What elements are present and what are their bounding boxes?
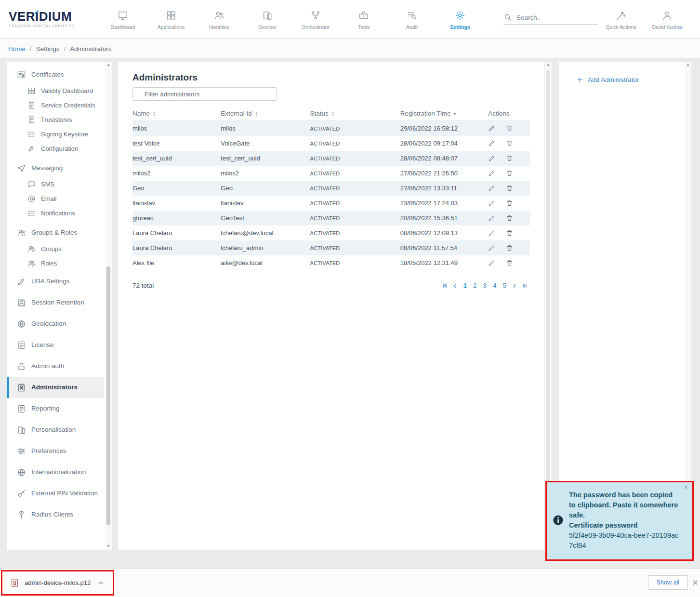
delete-trash-icon[interactable] <box>506 155 513 162</box>
sidebar-item-email[interactable]: Email <box>7 192 104 206</box>
sidebar-item-certificates[interactable]: Certificates <box>7 66 104 84</box>
nav-item-orchestrator[interactable]: Orchestrator <box>291 8 340 30</box>
edit-pencil-icon[interactable] <box>488 185 495 192</box>
delete-trash-icon[interactable] <box>506 170 513 177</box>
delete-trash-icon[interactable] <box>506 229 513 237</box>
sidebar-item-service-credentials[interactable]: Service Credentials <box>7 98 104 113</box>
sort-both-icon[interactable]: ▲▼ <box>255 111 258 116</box>
sidebar-item-preferences[interactable]: Preferences <box>7 440 104 462</box>
sidebar-item-notifications[interactable]: Notifications <box>7 206 104 221</box>
search-icon[interactable] <box>503 13 512 22</box>
sidebar-item-uba-settings[interactable]: UBA Settings <box>7 271 104 292</box>
sidebar-item-session-retention[interactable]: Session Retention <box>7 292 104 313</box>
sort-both-icon[interactable]: ▲▼ <box>153 111 156 116</box>
sidebar-item-groups[interactable]: Groups <box>7 242 104 256</box>
delete-trash-icon[interactable] <box>506 244 513 252</box>
first-page-icon[interactable] <box>441 282 448 289</box>
page-1[interactable]: 1 <box>462 282 468 289</box>
page-2[interactable]: 2 <box>472 282 478 289</box>
scroll-up-arrow-icon[interactable]: ▲ <box>685 62 691 68</box>
sort-desc-icon[interactable]: ▾ <box>454 111 456 116</box>
sidebar-item-geolocation[interactable]: Geolocation <box>7 313 104 334</box>
sidebar-item-license[interactable]: License <box>7 334 104 356</box>
edit-pencil-icon[interactable] <box>488 170 495 177</box>
sidebar-item-external-pin-validation[interactable]: External PIN Validation <box>7 483 104 504</box>
table-row-milos[interactable]: milosmilosACTIVATED29/06/2022 16:58:12 <box>132 121 530 136</box>
scroll-up-arrow-icon[interactable]: ▲ <box>545 62 552 68</box>
edit-pencil-icon[interactable] <box>488 155 495 162</box>
next-page-icon[interactable] <box>511 282 518 289</box>
sidebar-item-radius-clients[interactable]: Radius Clients <box>7 504 104 525</box>
quick-actions-button[interactable]: Quick Actions <box>598 8 644 30</box>
nav-item-audit[interactable]: Audit <box>388 8 436 30</box>
table-row-ailie-dev-local[interactable]: Alex Ilieailie@dev.localACTIVATED18/05/2… <box>132 255 530 270</box>
scroll-down-arrow-icon[interactable]: ▼ <box>105 543 112 550</box>
delete-trash-icon[interactable] <box>506 259 513 266</box>
nav-item-dashboard[interactable]: Dashboard <box>99 8 147 30</box>
sort-both-icon[interactable]: ▲▼ <box>331 111 334 116</box>
column-header-status[interactable]: Status▲▼ <box>310 110 400 117</box>
page-5[interactable]: 5 <box>501 282 508 289</box>
column-header-name[interactable]: Name▲▼ <box>132 110 221 117</box>
delete-trash-icon[interactable] <box>506 125 513 132</box>
sidebar-item-truststores[interactable]: Truststores <box>7 113 104 127</box>
edit-pencil-icon[interactable] <box>488 125 495 132</box>
sidebar-item-messaging[interactable]: Messaging <box>7 159 104 177</box>
delete-trash-icon[interactable] <box>506 214 513 222</box>
sidebar-scrollbar[interactable]: ▲ ▼ <box>105 62 112 550</box>
nav-item-applications[interactable]: Applications <box>147 8 195 30</box>
breadcrumb-home[interactable]: Home <box>8 45 26 53</box>
sidebar-item-roles[interactable]: Roles <box>7 256 104 271</box>
page-4[interactable]: 4 <box>491 282 498 289</box>
table-row-test-cert-uuid[interactable]: test_cert_uuidtest_cert_uuidACTIVATED28/… <box>132 151 530 166</box>
right-scrollbar[interactable]: ▲ ▼ <box>685 62 691 550</box>
download-item-highlight-box[interactable]: admin-device-milos.p12 <box>1 570 114 596</box>
nav-item-settings[interactable]: Settings <box>436 8 484 30</box>
sidebar-item-personalisation[interactable]: Personalisation <box>7 419 104 440</box>
table-row-voicegate[interactable]: test VoiceVoiceGateACTIVATED28/06/2022 0… <box>132 136 530 151</box>
sidebar-item-sms[interactable]: SMS <box>7 177 104 192</box>
last-page-icon[interactable] <box>521 282 528 289</box>
chevron-up-icon[interactable] <box>98 580 104 586</box>
show-all-button[interactable]: Show all <box>648 575 688 590</box>
sidebar-item-validity-dashboard[interactable]: Validity Dashboard <box>7 84 104 98</box>
delete-trash-icon[interactable] <box>506 140 513 147</box>
sidebar-item-reporting[interactable]: Reporting <box>7 398 104 419</box>
column-header-external-id[interactable]: External Id▲▼ <box>221 110 310 117</box>
table-row-lchelaru-admin[interactable]: Laura Chelarulchelaru_adminACTIVATED08/0… <box>132 240 530 255</box>
sidebar-item-groups-roles[interactable]: Groups & Roles <box>7 224 104 242</box>
table-row-lchelaru-dev-local[interactable]: Laura Chelarulchelaru@dev.localACTIVATED… <box>132 226 530 240</box>
main-scrollbar[interactable]: ▲ ▼ <box>545 62 552 550</box>
edit-pencil-icon[interactable] <box>488 259 495 266</box>
scrollbar-thumb[interactable] <box>106 266 110 525</box>
edit-pencil-icon[interactable] <box>488 229 495 237</box>
delete-trash-icon[interactable] <box>506 199 513 207</box>
table-row-ltanislav[interactable]: ltanislavltanislavACTIVATED23/06/2022 17… <box>132 196 530 211</box>
user-menu[interactable]: David Kuchar <box>644 8 690 30</box>
sidebar-item-configuration[interactable]: Configuration <box>7 142 104 156</box>
filter-administrators-input[interactable] <box>132 87 277 101</box>
sidebar-item-signing-keystore[interactable]: Signing Keystore <box>7 127 104 142</box>
previous-page-icon[interactable] <box>451 282 458 289</box>
table-row-geo[interactable]: GeoGeoACTIVATED27/06/2022 13:33:11 <box>132 181 530 196</box>
veridium-logo[interactable]: VERIDIUM ✓ TRUSTED DIGITAL IDENTITY <box>0 10 99 28</box>
edit-pencil-icon[interactable] <box>488 199 495 207</box>
edit-pencil-icon[interactable] <box>488 214 495 222</box>
column-header-registration-time[interactable]: Registration Time▾ <box>400 110 488 117</box>
download-bar-close-icon[interactable] <box>692 579 699 586</box>
sidebar-item-administrators[interactable]: Administrators <box>7 377 104 398</box>
scroll-up-arrow-icon[interactable]: ▲ <box>105 62 112 68</box>
breadcrumb-settings[interactable]: Settings <box>36 45 60 53</box>
search-input[interactable] <box>516 14 591 21</box>
toast-close-icon[interactable] <box>683 484 689 490</box>
scrollbar-thumb[interactable] <box>546 70 550 523</box>
edit-pencil-icon[interactable] <box>488 244 495 252</box>
table-row-milos2[interactable]: milos2milos2ACTIVATED27/06/2022 21:26:50 <box>132 166 530 181</box>
edit-pencil-icon[interactable] <box>488 140 495 147</box>
sidebar-item-admin-auth[interactable]: Admin auth <box>7 356 104 377</box>
add-administrator-button[interactable]: Add Administrator <box>559 62 685 83</box>
nav-item-tools[interactable]: Tools <box>340 8 388 30</box>
nav-item-devices[interactable]: Devices <box>243 8 291 30</box>
nav-item-identities[interactable]: Identities <box>195 8 243 30</box>
table-row-geotest[interactable]: gtureacGeoTestACTIVATED20/06/2022 15:36:… <box>132 211 530 226</box>
